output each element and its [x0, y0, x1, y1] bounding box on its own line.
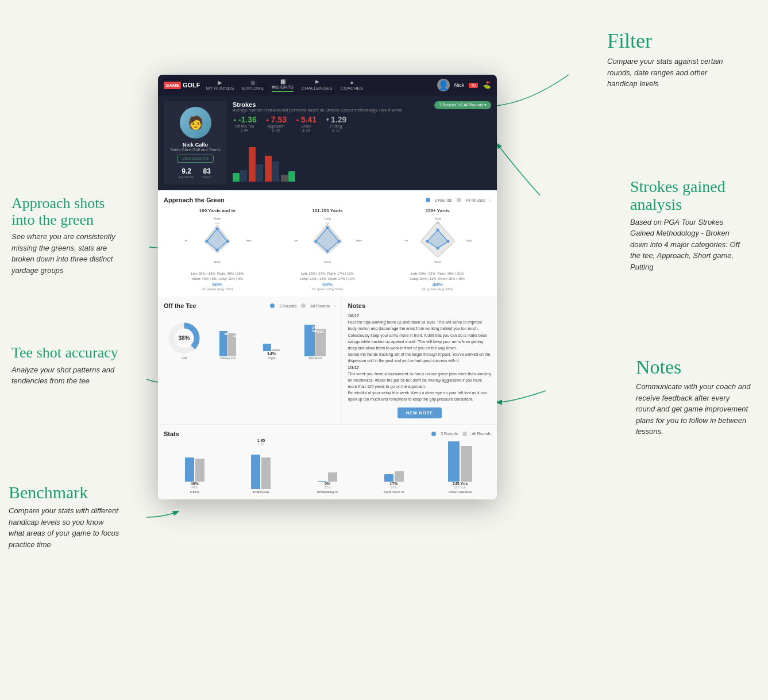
profile-section: 🧑 Nick Gallo Santa Clara Golf and Tennis… — [158, 95, 497, 190]
svg-text:Yds: Yds — [215, 222, 219, 225]
tee-legend-nav[interactable]: › — [334, 304, 335, 308]
nav-coaches[interactable]: ●COACHES — [341, 79, 364, 91]
metric-off-tee: ▲ -1.36 Off the Tee 1.44 — [233, 115, 257, 132]
tee-distance-label: Distance — [295, 356, 335, 360]
stats-header: Stats 3 Rounds All Rounds — [164, 430, 491, 437]
radar-150-pct-label: On green (Avg 34%) — [384, 287, 491, 291]
nav-challenges[interactable]: ⚑CHALLENGES — [302, 79, 333, 91]
tee-chart: 38% Left 48% 44% Fways Hit — [164, 314, 335, 360]
nav-logo: GAME GOLF — [164, 82, 200, 89]
radar-150-svg: Long Yds Left Right Short — [400, 216, 475, 267]
notes-date2: 1/3/17 — [348, 366, 358, 370]
tee-section: Off the Tee 3 Rounds All Rounds › 38% — [158, 297, 342, 424]
filter-button[interactable]: 3 Rounds VS All Rounds ▾ — [434, 101, 491, 109]
svg-text:38%: 38% — [179, 335, 190, 341]
stats-legend-3rounds: 3 Rounds — [441, 432, 458, 436]
stat-putts-label: Putts/Hole — [230, 490, 292, 494]
metric-short-sub: 3.39 — [295, 128, 317, 132]
stat-sand-bar-gray — [395, 471, 404, 482]
approach-title: Approach the Green — [164, 197, 225, 203]
radar-100-stats: Left: 20% | 14% Right: 30% | 16%Short: 4… — [164, 271, 271, 282]
svg-point-9 — [226, 240, 229, 243]
approach-header: Approach the Green 3 Rounds All Rounds › — [164, 197, 491, 203]
legend-nav-arrow[interactable]: › — [490, 198, 491, 202]
approach-title: Approach shotsinto the green — [11, 195, 124, 228]
radar-100-pct-label: On green (Avg 70%) — [164, 287, 271, 291]
bar-2a — [249, 147, 256, 182]
bar-3a — [265, 156, 272, 182]
tee-right-bar-blue — [263, 344, 271, 351]
handicap-value: 9.2 — [179, 167, 194, 175]
approach-legend: 3 Rounds All Rounds › — [426, 198, 491, 202]
score-value: 83 — [202, 167, 211, 175]
stat-driver-bar-gray — [461, 446, 472, 482]
notes-ann-title: Notes — [636, 356, 751, 378]
tee-left-label: Left — [164, 356, 204, 360]
radar-100-svg: Long Yds Left Right Short — [180, 216, 254, 267]
radar-101-pct: 58% — [274, 282, 381, 287]
tee-left-svg: 38% — [168, 322, 200, 354]
legend-dot-all — [457, 198, 461, 202]
metric-off-tee-value: -1.36 — [238, 115, 257, 124]
score-label: Score — [202, 175, 211, 179]
chart-group-2 — [249, 147, 263, 182]
annotation-approach: Approach shotsinto the green See where y… — [11, 195, 124, 276]
svg-point-21 — [326, 250, 329, 253]
stat-gir-val2: 44% — [164, 486, 226, 489]
svg-marker-18 — [316, 228, 339, 251]
metric-putting-sub: 1.72 — [325, 128, 346, 132]
stat-gir-bar-blue — [185, 457, 194, 482]
logo-golf: GOLF — [183, 82, 200, 89]
radar-101-pct-label: On green (Avg 54%) — [274, 287, 381, 291]
new-note-button[interactable]: NEW NOTE — [397, 407, 442, 418]
svg-point-8 — [216, 228, 219, 230]
nav-explore[interactable]: ◎EXPLORE — [242, 79, 264, 91]
svg-point-31 — [446, 240, 449, 243]
filter-title: Filter — [607, 29, 734, 53]
stats-legend: 3 Rounds All Rounds — [431, 432, 491, 436]
tee-legend-3rounds: 3 Rounds — [279, 304, 296, 308]
svg-point-30 — [436, 229, 439, 232]
bar-3b — [272, 161, 279, 182]
metric-short-value: 5.41 — [301, 115, 317, 124]
stat-sand-val2: 24% — [363, 486, 425, 489]
bar-2b — [256, 164, 263, 182]
stat-gir-bars — [164, 439, 226, 482]
metric-approach-sub: 3.05 — [265, 128, 287, 132]
stats-legend-dot-blue — [431, 432, 436, 436]
profile-avatar: 🧑 — [180, 107, 211, 139]
tee-right-pct: 14% — [251, 351, 292, 356]
tee-fways-bar-gray: 44% — [228, 333, 236, 356]
svg-text:Right: Right — [246, 239, 252, 242]
tee-distance: 244Yds 222 Distance — [295, 325, 335, 360]
tee-distance-bars: 244Yds 222 — [295, 325, 335, 356]
legend-all-rounds: All Rounds — [466, 198, 485, 202]
benchmark-body: Compare your stats with different handic… — [9, 505, 121, 550]
nav-insights[interactable]: ▦INSIGHTS — [272, 78, 294, 92]
stats-legend-dot-gray — [462, 432, 467, 436]
profile-club: Santa Clara Golf and Tennis — [170, 148, 220, 152]
stats-bars: 46% 44% GIR% 1.85 1.83 Putts/Hole — [164, 442, 491, 494]
stat-sand-val1: 17% — [363, 482, 425, 486]
strokes-body: Based on PGA Tour Strokes Gained Methodo… — [630, 217, 745, 273]
nav-items: ▶MY ROUNDS ◎EXPLORE ▦INSIGHTS ⚑CHALLENGE… — [206, 78, 437, 92]
view-insights-button[interactable]: VIEW INSIGHTS — [177, 155, 213, 163]
metric-putting-value: 1.29 — [331, 115, 346, 124]
tee-title: Off the Tee — [164, 302, 196, 309]
chart-group-1 — [233, 170, 247, 182]
tee-legend: 3 Rounds All Rounds › — [270, 303, 335, 308]
stat-scrambling-bar-gray — [328, 472, 337, 482]
stat-gir: 46% 44% GIR% — [164, 439, 226, 494]
tee-right: 14% Right — [251, 320, 292, 360]
stat-sand-bars — [363, 439, 425, 482]
stat-driver-bar-blue — [448, 441, 460, 482]
radar-grid: 100 Yards and in Long Yds Left Right Sho… — [164, 208, 491, 291]
strokes-metrics: ▲ -1.36 Off the Tee 1.44 ▲ 7.53 Approach… — [233, 115, 491, 132]
svg-text:Left: Left — [294, 239, 299, 242]
stat-driver-label: Driver Distance — [429, 490, 491, 494]
radar-100-pct: 50% — [164, 282, 271, 287]
chart-group-3 — [265, 156, 279, 182]
strokes-title: Strokes gainedanalysis — [630, 178, 745, 214]
stat-scrambling-label: Scrambling % — [296, 490, 358, 494]
nav-my-rounds[interactable]: ▶MY ROUNDS — [206, 79, 234, 91]
